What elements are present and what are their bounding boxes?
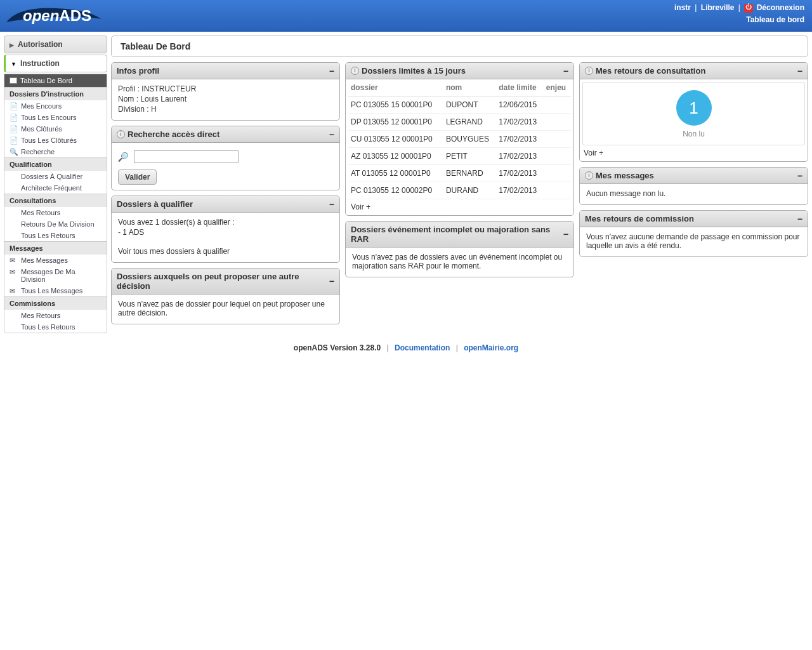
widget-title: Recherche accès direct	[128, 129, 219, 139]
table-row[interactable]: PC 013055 12 00002P0DURAND17/02/2013	[348, 182, 571, 199]
table-row[interactable]: AZ 013055 12 00001P0PETIT17/02/2013	[348, 148, 571, 165]
cell-nom: DURAND	[443, 182, 496, 199]
search-icon: 🔍	[118, 152, 129, 162]
header-right: instr | Libreville | Déconnexion Tableau…	[674, 0, 812, 24]
minimize-icon[interactable]: −	[329, 131, 334, 138]
widget-retours-consultation: iMes retours de consultation− 1 Non lu V…	[579, 62, 808, 162]
search-icon: 🔍	[10, 148, 17, 156]
cell-enjeu	[544, 148, 571, 165]
mail-icon: ✉	[10, 256, 17, 264]
voir-plus-link[interactable]: Voir +	[348, 199, 571, 213]
cell-dossier: AZ 013055 12 00001P0	[348, 148, 443, 165]
cell-nom: LEGRAND	[443, 114, 496, 131]
city-link[interactable]: Libreville	[701, 3, 735, 12]
sidebar-item-tous-retours-comm[interactable]: Tous Les Retours	[4, 321, 107, 333]
user-link[interactable]: instr	[674, 3, 691, 12]
sidebar-item-mes-messages[interactable]: ✉Mes Messages	[4, 255, 107, 266]
nonlu-label: Non lu	[583, 129, 804, 138]
dossiers-table: dossier nom date limite enjeu PC 013055 …	[348, 79, 571, 199]
widget-autre-decision: Dossiers auxquels on peut proposer une a…	[111, 268, 340, 324]
sidebar-item-tous-retours[interactable]: Tous Les Retours	[4, 230, 107, 241]
sidebar-item-tous-messages[interactable]: ✉Tous Les Messages	[4, 285, 107, 296]
minimize-icon[interactable]: −	[563, 231, 568, 237]
th-enjeu[interactable]: enjeu	[544, 79, 571, 96]
widget-title: Mes messages	[596, 171, 654, 180]
sidebar-item-tous-clotures[interactable]: 📄Tous Les Clôturés	[4, 135, 107, 146]
accordion-instruction[interactable]: ▼Instruction	[4, 55, 107, 72]
division-line: Division : H	[118, 105, 333, 114]
table-row[interactable]: AT 013055 12 00001P0BERNARD17/02/2013	[348, 165, 571, 182]
sidebar-group-qualification: Qualification	[4, 157, 107, 171]
cell-enjeu	[544, 131, 571, 148]
cell-dossier: AT 013055 12 00001P0	[348, 165, 443, 182]
page-title: Tableau De Bord	[111, 36, 808, 57]
cell-date: 17/02/2013	[496, 165, 544, 182]
widget-dossiers-qualifier: Dossiers à qualifier− Vous avez 1 dossie…	[111, 196, 340, 263]
sidebar-item-dossiers-qualifier[interactable]: Dossiers À Qualifier	[4, 171, 107, 182]
accordion-autorisation[interactable]: ▶Autorisation	[4, 36, 107, 53]
cell-dossier: PC 013055 15 00001P0	[348, 96, 443, 114]
sidebar-item-mes-retours[interactable]: Mes Retours	[4, 207, 107, 218]
th-date[interactable]: date limite	[496, 79, 544, 96]
info-icon: i	[585, 171, 593, 180]
cell-enjeu	[544, 96, 571, 114]
th-nom[interactable]: nom	[443, 79, 496, 96]
th-dossier[interactable]: dossier	[348, 79, 443, 96]
valider-button[interactable]: Valider	[118, 169, 157, 185]
mail-icon: ✉	[10, 287, 17, 295]
widget-incomplet: Dossiers événement incomplet ou majorati…	[345, 221, 574, 277]
minimize-icon[interactable]: −	[563, 68, 568, 74]
minimize-icon[interactable]: −	[329, 68, 334, 74]
mail-icon: ✉	[10, 268, 17, 275]
cell-nom: PETIT	[443, 148, 496, 165]
sidebar-item-retours-division[interactable]: Retours De Ma Division	[4, 218, 107, 230]
minimize-icon[interactable]: −	[797, 216, 802, 222]
voir-plus-link[interactable]: Voir +	[582, 145, 805, 159]
table-row[interactable]: CU 013055 12 00001P0BOUYGUES17/02/2013	[348, 131, 571, 148]
cell-dossier: PC 013055 12 00002P0	[348, 182, 443, 199]
sidebar-item-tous-encours[interactable]: 📄Tous Les Encours	[4, 112, 107, 123]
count-badge: 1	[676, 90, 712, 126]
sidebar-item-mes-clotures[interactable]: 📄Mes Clôturés	[4, 123, 107, 135]
logout-link[interactable]: Déconnexion	[757, 3, 804, 12]
search-input[interactable]	[134, 150, 239, 163]
minimize-icon[interactable]: −	[329, 201, 334, 208]
widget-recherche-direct: iRecherche accès direct− 🔍 Valider	[111, 126, 340, 190]
openmairie-link[interactable]: openMairie.org	[464, 343, 518, 352]
widget-title: Dossiers auxquels on peut proposer une a…	[117, 272, 329, 291]
folder-icon: 📄	[10, 114, 17, 121]
table-row[interactable]: PC 013055 15 00001P0DUPONT12/06/2015	[348, 96, 571, 114]
widget-retours-commission: Mes retours de commission− Vous n'avez a…	[579, 210, 808, 257]
sidebar-item-messages-division[interactable]: ✉Messages De Ma Division	[4, 266, 107, 285]
minimize-icon[interactable]: −	[329, 278, 334, 284]
info-icon: i	[117, 130, 125, 138]
widget-title: Dossiers à qualifier	[117, 199, 193, 209]
voir-tous-link[interactable]: Voir tous mes dossiers à qualifier	[118, 247, 333, 256]
sidebar-item-tableau-de-bord[interactable]: Tableau De Bord	[4, 74, 107, 87]
sidebar-item-architecte-frequent[interactable]: Architecte Fréquent	[4, 182, 107, 194]
power-icon	[744, 4, 753, 13]
sidebar-group-dossiers-instruction: Dossiers D'instruction	[4, 87, 107, 100]
cell-date: 17/02/2013	[496, 182, 544, 199]
documentation-link[interactable]: Documentation	[395, 343, 450, 352]
sidebar-group-commissions: Commissions	[4, 296, 107, 310]
widget-mes-messages: iMes messages− Aucun message non lu.	[579, 167, 808, 205]
minimize-icon[interactable]: −	[797, 68, 802, 74]
cell-dossier: CU 013055 12 00001P0	[348, 131, 443, 148]
sidebar-item-mes-retours-comm[interactable]: Mes Retours	[4, 310, 107, 321]
cell-date: 12/06/2015	[496, 96, 544, 114]
widget-title: Mes retours de consultation	[596, 66, 705, 76]
info-icon: i	[585, 67, 593, 75]
sidebar-item-recherche[interactable]: 🔍Recherche	[4, 146, 107, 157]
cell-enjeu	[544, 165, 571, 182]
folder-icon: 📄	[10, 125, 17, 133]
table-row[interactable]: DP 013055 12 00001P0LEGRAND17/02/2013	[348, 114, 571, 131]
sidebar-item-mes-encours[interactable]: 📄Mes Encours	[4, 100, 107, 112]
widget-title: Dossiers limites à 15 jours	[362, 66, 466, 76]
minimize-icon[interactable]: −	[797, 173, 802, 179]
nom-line: Nom : Louis Laurent	[118, 95, 333, 103]
dashboard-link[interactable]: Tableau de bord	[746, 15, 804, 24]
widget-infos-profil: Infos profil− Profil : INSTRUCTEUR Nom :…	[111, 62, 340, 121]
footer: openADS Version 3.28.0 | Documentation |…	[0, 337, 812, 362]
cell-date: 17/02/2013	[496, 131, 544, 148]
